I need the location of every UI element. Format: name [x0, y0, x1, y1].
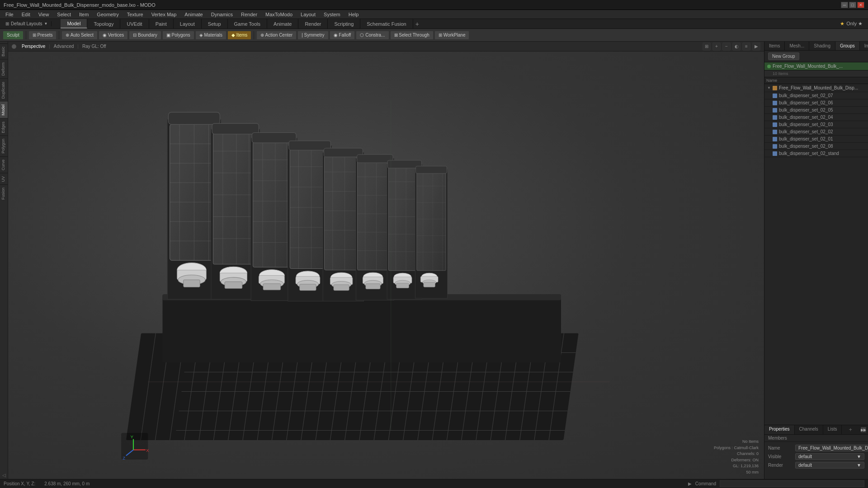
menu-dynamics[interactable]: Dynamics [208, 11, 236, 18]
tab-render[interactable]: Render [298, 19, 328, 28]
tab-scripting[interactable]: Scripting [328, 19, 360, 28]
viewport-expand-icon[interactable]: ▶ [752, 42, 760, 51]
materials-button[interactable]: ◈ Materials [195, 31, 226, 40]
tab-animate[interactable]: Animate [267, 19, 298, 28]
command-input[interactable] [720, 480, 864, 487]
list-item-08[interactable]: bulk_dispenser_set_02_08 [764, 143, 868, 150]
view-type-label[interactable]: Perspective [19, 44, 48, 49]
items-button[interactable]: ◆ Items [227, 31, 251, 40]
tab-game-tools[interactable]: Game Tools [228, 19, 268, 28]
falloff-button[interactable]: ◉ Falloff [330, 31, 355, 40]
prop-expand-button[interactable]: ▶▶ [861, 427, 866, 432]
viewport-canvas[interactable]: X Y Z No Items Polygons : Catmull-Clark … [8, 52, 764, 479]
tab-uvedit[interactable]: UVEdit [120, 19, 149, 28]
svg-rect-48 [168, 112, 220, 124]
tab-layout[interactable]: Layout [174, 19, 202, 28]
window-controls[interactable]: ─ □ ✕ [841, 2, 864, 8]
sidebar-tab-curve[interactable]: Curve [0, 156, 8, 173]
prop-add-tab-button[interactable]: + [845, 425, 856, 434]
new-group-button[interactable]: New Group [768, 52, 799, 60]
vertices-button[interactable]: ◉ Vertices [99, 31, 128, 40]
list-item-07[interactable]: bulk_dispenser_set_02_07 [764, 92, 868, 99]
constraints-button[interactable]: ⬡ Constra... [356, 31, 389, 40]
ray-gl-label[interactable]: Ray GL: Off [80, 44, 109, 49]
close-button[interactable]: ✕ [857, 2, 864, 8]
viewport-zoom-in[interactable]: + [712, 42, 721, 51]
sidebar-tab-edges[interactable]: Edges [0, 118, 8, 136]
list-item-05[interactable]: bulk_dispenser_set_02_05 [764, 107, 868, 114]
menu-vertex-map[interactable]: Vertex Map [148, 11, 180, 18]
sculpt-button[interactable]: Sculpt [3, 31, 24, 40]
minimize-button[interactable]: ─ [841, 2, 848, 8]
list-item-04[interactable]: bulk_dispenser_set_02_04 [764, 114, 868, 121]
viewport-render-icon[interactable]: ◐ [732, 42, 741, 51]
right-tab-images[interactable]: Images [860, 42, 868, 50]
workplane-button[interactable]: ⊞ WorkPlane [434, 31, 470, 40]
properties-content: Name Free_Flow_Wall_Mounted_Bulk_Dispe..… [764, 442, 868, 473]
item-icon-stand [773, 151, 777, 156]
add-tab-button[interactable]: + [413, 20, 421, 28]
symmetry-button[interactable]: | Symmetry [297, 31, 328, 40]
right-tab-shading[interactable]: Shading [809, 42, 835, 50]
tab-schematic-fusion[interactable]: Schematic Fusion [360, 19, 413, 28]
polygons-button[interactable]: ▣ Polygons [162, 31, 194, 40]
list-item-03[interactable]: bulk_dispenser_set_02_03 [764, 121, 868, 128]
menu-texture[interactable]: Texture [123, 11, 147, 18]
viewport-menu-icon[interactable] [12, 44, 16, 49]
sidebar-tab-duplicate[interactable]: Duplicate [0, 79, 8, 102]
list-item-stand[interactable]: bulk_dispenser_set_02_stand [764, 150, 868, 157]
gl-info: GL: 1,219,136 [714, 463, 759, 469]
menu-layout[interactable]: Layout [297, 11, 319, 18]
viewport-settings-icon[interactable]: ≡ [742, 42, 750, 51]
menu-help[interactable]: Help [345, 11, 363, 18]
menu-select[interactable]: Select [53, 11, 75, 18]
sidebar-tab-model[interactable]: Model [0, 101, 8, 118]
auto-select-button[interactable]: ⊕ Auto Select [61, 31, 97, 40]
menu-system[interactable]: System [320, 11, 344, 18]
shading-label[interactable]: Advanced [51, 44, 76, 49]
list-item-02[interactable]: bulk_dispenser_set_02_02 [764, 128, 868, 136]
viewport-zoom-out[interactable]: − [722, 42, 731, 51]
sidebar-tab-basic[interactable]: Basic [0, 43, 8, 59]
root-group-item[interactable]: ▼ Free_Flow_Wall_Mounted_Bulk_Disp... [764, 84, 868, 92]
item-icon-05 [773, 108, 777, 113]
visible-prop-dropdown[interactable]: default ▼ [795, 453, 864, 460]
menu-render[interactable]: Render [237, 11, 261, 18]
maximize-button[interactable]: □ [849, 2, 856, 8]
right-tab-mesh[interactable]: Mesh... [785, 42, 809, 50]
menu-file[interactable]: File [2, 11, 17, 18]
prop-tab-properties[interactable]: Properties [764, 425, 795, 434]
tab-paint[interactable]: Paint [149, 19, 174, 28]
viewport[interactable]: Perspective | Advanced | Ray GL: Off ⊞ +… [8, 42, 764, 479]
boundary-button[interactable]: ⊟ Boundary [129, 31, 161, 40]
list-item-01[interactable]: bulk_dispenser_set_02_01 [764, 136, 868, 143]
right-tab-groups[interactable]: Groups [835, 42, 860, 50]
presets-button[interactable]: ⊞ Presets [28, 31, 57, 40]
menu-edit[interactable]: Edit [18, 11, 34, 18]
viewport-icon-1[interactable]: ⊞ [703, 42, 711, 51]
list-item-06[interactable]: bulk_dispenser_set_02_06 [764, 99, 868, 107]
tab-topology[interactable]: Topology [87, 19, 120, 28]
menu-animate[interactable]: Animate [181, 11, 206, 18]
menu-item[interactable]: Item [75, 11, 92, 18]
select-through-button[interactable]: ⊠ Select Through [390, 31, 434, 40]
sidebar-tab-uv[interactable]: UV [0, 173, 8, 185]
menu-maxtoModo[interactable]: MaxToModo [262, 11, 296, 18]
tab-setup[interactable]: Setup [202, 19, 228, 28]
menu-geometry[interactable]: Geometry [93, 11, 122, 18]
sidebar-tab-fusion[interactable]: Fusion [0, 184, 8, 202]
prop-tab-channels[interactable]: Channels [795, 425, 823, 434]
viewport-nav: Perspective | Advanced | Ray GL: Off [12, 44, 109, 49]
name-prop-value[interactable]: Free_Flow_Wall_Mounted_Bulk_Dispe... [795, 445, 868, 451]
tab-model[interactable]: Model [61, 19, 87, 28]
menu-view[interactable]: View [35, 11, 53, 18]
default-layouts[interactable]: ⊞ Default Layouts ▼ [2, 21, 52, 26]
sidebar-tab-polygon[interactable]: Polygon [0, 136, 8, 156]
sidebar-tab-deform[interactable]: Deform [0, 59, 8, 79]
collapse-sidebar-button[interactable]: ◁ [0, 471, 8, 479]
titlebar: Free_Flow_Wall_Mounted_Bulk_Dispenser_mo… [0, 0, 868, 10]
right-tab-items[interactable]: Items [764, 42, 785, 50]
action-center-button[interactable]: ⊕ Action Center [256, 31, 297, 40]
render-prop-dropdown[interactable]: default ▼ [795, 462, 864, 469]
prop-tab-lists[interactable]: Lists [823, 425, 842, 434]
